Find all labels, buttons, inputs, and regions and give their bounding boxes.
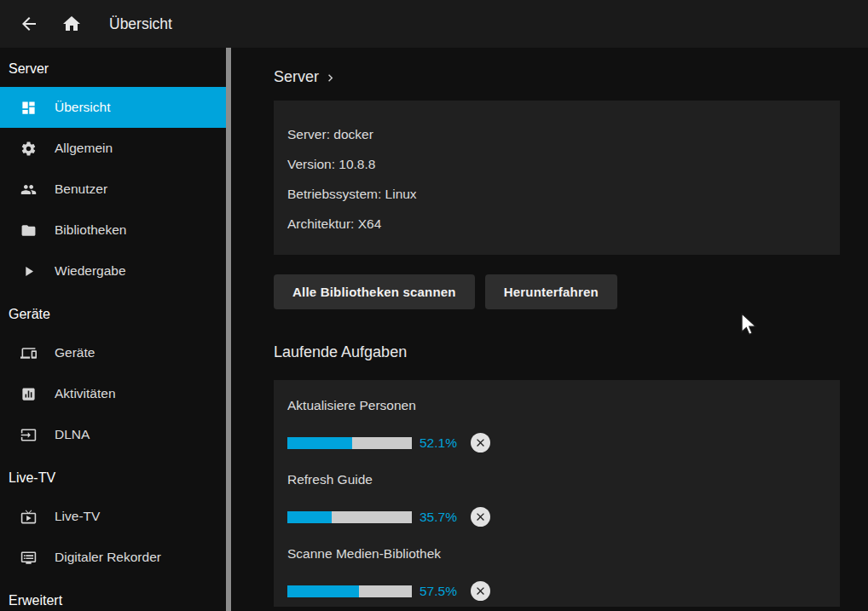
server-os-line: Betriebssystem: Linux bbox=[287, 186, 826, 203]
close-icon bbox=[474, 585, 487, 597]
chevron-right-icon bbox=[323, 71, 338, 85]
devices-icon bbox=[20, 345, 37, 361]
users-icon bbox=[20, 182, 37, 198]
server-info-card: Server: docker Version: 10.8.8 Betriebss… bbox=[274, 101, 840, 255]
sidebar-item-label: Digitaler Rekorder bbox=[55, 550, 161, 565]
sidebar-item-label: Wiedergabe bbox=[55, 263, 126, 279]
stop-task-button[interactable] bbox=[471, 507, 490, 527]
analytics-icon bbox=[20, 386, 37, 402]
server-name-line: Server: docker bbox=[287, 126, 826, 143]
sidebar-item-benutzer[interactable]: Benutzer bbox=[0, 169, 226, 210]
sidebar-item-label: DLNA bbox=[55, 427, 90, 442]
input-icon bbox=[20, 427, 37, 443]
folder-icon bbox=[20, 222, 37, 239]
stop-task-button[interactable] bbox=[471, 581, 490, 601]
page-title: Übersicht bbox=[109, 15, 172, 33]
close-icon bbox=[474, 510, 487, 523]
task-row: Refresh Guide 35.7% bbox=[287, 471, 826, 527]
task-progress-bar bbox=[287, 511, 412, 523]
sidebar-item-label: Bibliotheken bbox=[55, 222, 126, 238]
stop-task-button[interactable] bbox=[471, 433, 490, 452]
sidebar-section-erweitert: Erweitert bbox=[0, 593, 226, 608]
server-heading-label: Server bbox=[274, 68, 319, 86]
sidebar-item-dlna[interactable]: DLNA bbox=[0, 414, 226, 455]
admin-sidebar: Server Übersicht Allgemein Benutzer Bibl… bbox=[0, 48, 226, 611]
action-buttons-row: Alle Bibliotheken scannen Herunterfahren bbox=[274, 274, 840, 309]
task-name: Refresh Guide bbox=[287, 471, 826, 488]
sidebar-item-bibliotheken[interactable]: Bibliotheken bbox=[0, 210, 226, 251]
top-bar: Übersicht bbox=[0, 0, 868, 48]
sidebar-item-allgemein[interactable]: Allgemein bbox=[0, 128, 226, 169]
sidebar-item-label: Übersicht bbox=[55, 100, 110, 115]
sidebar-section-geraete: Geräte bbox=[0, 307, 226, 322]
task-row: Aktualisiere Personen 52.1% bbox=[287, 397, 826, 452]
live-tv-icon bbox=[20, 509, 37, 525]
sidebar-item-label: Geräte bbox=[55, 345, 95, 360]
shutdown-button[interactable]: Herunterfahren bbox=[485, 274, 617, 309]
dashboard-icon bbox=[20, 100, 37, 116]
sidebar-section-server: Server bbox=[0, 61, 226, 77]
arrow-back-icon bbox=[19, 14, 39, 34]
task-progress-fill bbox=[287, 511, 332, 523]
server-section-heading[interactable]: Server bbox=[274, 68, 840, 86]
settings-icon bbox=[20, 141, 37, 157]
dvr-icon bbox=[20, 550, 37, 566]
main-content: Server Server: docker Version: 10.8.8 Be… bbox=[231, 48, 868, 611]
close-icon bbox=[474, 436, 487, 449]
running-tasks-heading: Laufende Aufgaben bbox=[274, 343, 840, 361]
sidebar-item-label: Benutzer bbox=[55, 182, 107, 197]
task-percent: 52.1% bbox=[420, 435, 460, 451]
server-version-line: Version: 10.8.8 bbox=[287, 156, 826, 173]
sidebar-item-label: Aktivitäten bbox=[55, 386, 116, 401]
task-progress-fill bbox=[287, 585, 359, 597]
scan-all-libraries-button[interactable]: Alle Bibliotheken scannen bbox=[274, 274, 475, 309]
home-icon bbox=[61, 14, 82, 34]
sidebar-item-live-tv[interactable]: Live-TV bbox=[0, 496, 226, 537]
sidebar-item-label: Live-TV bbox=[55, 509, 100, 524]
task-progress-bar bbox=[287, 585, 412, 597]
home-button[interactable] bbox=[53, 5, 90, 43]
sidebar-item-uebersicht[interactable]: Übersicht bbox=[0, 87, 226, 128]
sidebar-item-label: Allgemein bbox=[55, 141, 113, 156]
server-arch-line: Architektur: X64 bbox=[287, 216, 826, 233]
sidebar-item-aktivitaeten[interactable]: Aktivitäten bbox=[0, 373, 226, 414]
sidebar-section-live-tv: Live-TV bbox=[0, 470, 226, 486]
sidebar-item-geraete[interactable]: Geräte bbox=[0, 332, 226, 373]
play-icon bbox=[20, 263, 37, 280]
sidebar-item-wiedergabe[interactable]: Wiedergabe bbox=[0, 251, 226, 291]
sidebar-item-digitaler-rekorder[interactable]: Digitaler Rekorder bbox=[0, 537, 226, 578]
task-row: Scanne Medien-Bibliothek 57.5% bbox=[287, 545, 826, 601]
task-percent: 57.5% bbox=[420, 584, 460, 599]
running-tasks-card: Aktualisiere Personen 52.1% Refresh Guid… bbox=[274, 380, 840, 607]
back-button[interactable] bbox=[10, 5, 48, 43]
task-progress-bar bbox=[287, 437, 412, 449]
task-progress-fill bbox=[287, 437, 352, 449]
task-name: Aktualisiere Personen bbox=[287, 397, 826, 414]
task-name: Scanne Medien-Bibliothek bbox=[287, 545, 826, 562]
task-percent: 35.7% bbox=[420, 510, 460, 525]
